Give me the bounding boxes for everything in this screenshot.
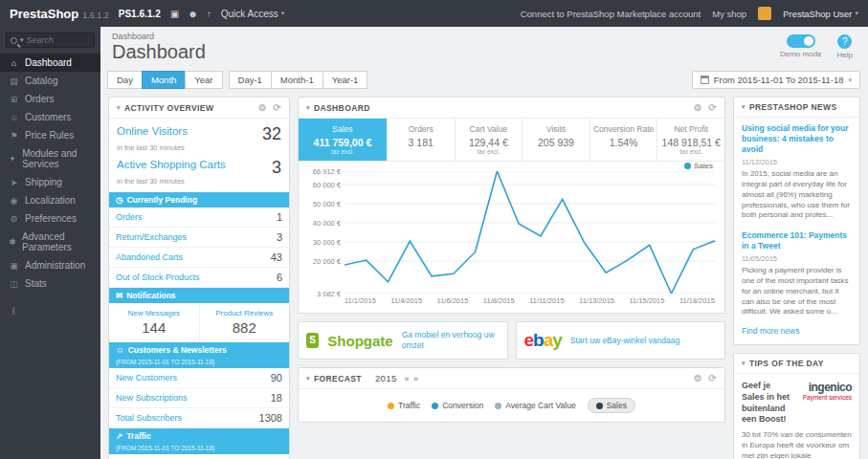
ebay-link[interactable]: Start uw eBay-winkel vandaag xyxy=(570,336,679,346)
notification-new-messages[interactable]: New Messages144 xyxy=(109,303,200,341)
sidebar-item-label: Customers xyxy=(25,112,71,122)
gear-icon[interactable]: ⚙ xyxy=(694,102,702,113)
sidebar-item-price-rules[interactable]: ⚑Price Rules xyxy=(0,126,100,144)
date-filter-day-1[interactable]: Day-1 xyxy=(229,71,272,89)
panel-collapse-icon[interactable]: ▾ xyxy=(306,104,310,112)
online-visitors-link[interactable]: Online Visitors xyxy=(117,125,188,137)
forecast-year[interactable]: 2015 xyxy=(375,373,397,383)
shopgate-promo[interactable]: S Shopgate Ga mobiel en verhoog uw omzet xyxy=(298,321,508,360)
forecast-legend-sales[interactable]: Sales xyxy=(588,398,635,413)
date-filter-day[interactable]: Day xyxy=(107,71,143,89)
panel-collapse-icon[interactable]: ▾ xyxy=(742,103,746,111)
news-article-title[interactable]: Using social media for your business: 4 … xyxy=(742,123,852,155)
sidebar-item-advanced-parameters[interactable]: ✱Advanced Parameters xyxy=(0,228,100,256)
brand-version: 1.6.1.2 xyxy=(82,11,109,20)
shop-name[interactable]: PS1.6.1.2 xyxy=(119,9,161,19)
active-carts-link[interactable]: Active Shopping Carts xyxy=(117,159,226,170)
ebay-logo-letter: y xyxy=(552,330,562,350)
shopgate-link[interactable]: Ga mobiel en verhoog uw omzet xyxy=(402,330,500,351)
forecast-legend-average-cart-value[interactable]: Average Cart Value xyxy=(495,401,575,410)
kpi-value: 129,44 € xyxy=(458,137,520,148)
sidebar-item-administration[interactable]: ▣Administration xyxy=(0,256,100,274)
search-input[interactable] xyxy=(27,35,82,45)
legend-dot xyxy=(388,403,394,409)
pending-row: Out of Stock Products6 xyxy=(109,268,289,288)
kpi-cart-value[interactable]: Cart Value129,44 €tax excl. xyxy=(456,119,523,161)
my-shop-link[interactable]: My shop xyxy=(712,9,746,19)
cart-notification-icon[interactable]: ▣ xyxy=(170,9,179,19)
sidebar-item-modules-and-services[interactable]: ✦Modules and Services xyxy=(0,144,100,173)
date-filter-month[interactable]: Month xyxy=(142,71,186,89)
activity-overview-panel: ▾ ACTIVITY OVERVIEW ⚙ ⟳ Online Visitors … xyxy=(108,97,290,459)
tips-of-the-day-panel: ▾ TIPS OF THE DAY Geef je Sales in het b… xyxy=(733,353,860,459)
stats-icon: ◫ xyxy=(9,279,19,289)
pending-row: Orders1 xyxy=(109,208,289,228)
pending-row: Return/Exchanges3 xyxy=(109,228,289,248)
customers-total-subscribers-link[interactable]: Total Subscribers xyxy=(116,413,182,423)
news-article: Ecommerce 101: Payments in a Tweet11/05/… xyxy=(734,225,859,321)
date-range-picker[interactable]: From 2015-11-01 To 2015-11-18 ▾ xyxy=(692,71,860,89)
sidebar-item-localization[interactable]: ◉Localization xyxy=(0,191,100,209)
gear-icon[interactable]: ⚙ xyxy=(694,373,702,383)
refresh-icon[interactable]: ⟳ xyxy=(708,102,717,113)
panel-collapse-icon[interactable]: ▾ xyxy=(306,375,310,382)
news-article-excerpt: Picking a payment provider is one of the… xyxy=(742,266,852,317)
demo-mode-toggle[interactable] xyxy=(787,34,815,48)
envelope-icon: ✉ xyxy=(116,291,122,300)
date-filter-month-1[interactable]: Month-1 xyxy=(271,71,323,89)
forecast-legend-traffic[interactable]: Traffic xyxy=(388,401,420,410)
refresh-icon[interactable]: ⟳ xyxy=(273,102,281,113)
customers-new-customers-link[interactable]: New Customers xyxy=(116,373,177,382)
forecast-prev-icon[interactable]: « xyxy=(405,374,410,383)
forecast-next-icon[interactable]: » xyxy=(413,374,418,383)
clock-icon: ◷ xyxy=(116,195,122,205)
x-axis-label: 11/11/2015 xyxy=(529,296,564,305)
kpi-net-profit[interactable]: Net Profit148 918,51 €tax excl. xyxy=(657,119,724,161)
ebay-promo[interactable]: ebay Start uw eBay-winkel vandaag xyxy=(516,321,726,360)
traffic-icon: ↗ xyxy=(116,431,122,441)
sidebar-item-orders[interactable]: ⊞Orders xyxy=(0,90,100,108)
pending-out-of-stock-products-link[interactable]: Out of Stock Products xyxy=(116,273,200,282)
google-analytics-link[interactable]: Link to your Google Analytics account xyxy=(109,454,289,459)
news-article-title[interactable]: Ecommerce 101: Payments in a Tweet xyxy=(742,230,852,251)
kpi-sales[interactable]: Sales411 759,00 €tax excl. xyxy=(299,119,388,161)
gear-icon[interactable]: ⚙ xyxy=(258,102,267,113)
quick-access-menu[interactable]: Quick Access ▾ xyxy=(221,9,285,19)
sidebar-collapse-icon[interactable]: ‖ xyxy=(11,306,100,317)
user-menu[interactable]: PrestaShop User ▾ xyxy=(783,9,858,19)
kpi-visits[interactable]: Visits205 939 xyxy=(523,119,590,161)
pending-return-exchanges-link[interactable]: Return/Exchanges xyxy=(116,232,187,242)
find-more-news-link[interactable]: Find more news xyxy=(734,321,859,344)
sidebar-item-stats[interactable]: ◫Stats xyxy=(0,274,100,293)
online-visitors-sub: in the last 30 minutes xyxy=(109,142,289,159)
sidebar-search[interactable]: ▾ xyxy=(6,33,95,48)
customers-new-subscriptions-link[interactable]: New Subscriptions xyxy=(116,393,188,403)
pending-abandoned-carts-link[interactable]: Abandoned Carts xyxy=(116,252,183,262)
sidebar-item-preferences[interactable]: ⚙Preferences xyxy=(0,209,100,228)
sidebar-item-label: Catalog xyxy=(25,76,57,86)
help-icon[interactable]: ? xyxy=(837,34,852,49)
notification-product-reviews[interactable]: Product Reviews882 xyxy=(200,303,290,341)
sidebar-item-customers[interactable]: ☺Customers xyxy=(0,108,100,126)
panel-collapse-icon[interactable]: ▾ xyxy=(742,360,746,367)
panel-collapse-icon[interactable]: ▾ xyxy=(117,104,121,112)
prestashop-logo[interactable]: PrestaShop 1.6.1.2 xyxy=(10,7,109,21)
sidebar-item-dashboard[interactable]: ⌂Dashboard xyxy=(0,54,100,72)
date-filter-year-1[interactable]: Year-1 xyxy=(323,71,368,89)
news-list: Using social media for your business: 4 … xyxy=(734,118,859,321)
upgrade-icon[interactable]: ↑ xyxy=(207,9,211,19)
marketplace-link[interactable]: Connect to PrestaShop Marketplace accoun… xyxy=(521,9,701,19)
chevron-down-icon: ▾ xyxy=(855,10,858,17)
chart-legend[interactable]: Sales xyxy=(684,162,713,170)
forecast-legend-conversion[interactable]: Conversion xyxy=(432,401,483,410)
date-filter-year[interactable]: Year xyxy=(185,71,222,89)
legend-dot xyxy=(432,403,438,409)
sidebar-item-catalog[interactable]: ▤Catalog xyxy=(0,72,100,90)
kpi-orders[interactable]: Orders3 181 xyxy=(388,119,456,161)
refresh-icon[interactable]: ⟳ xyxy=(708,373,717,383)
sidebar-item-shipping[interactable]: ➤Shipping xyxy=(0,173,100,191)
customers-notification-icon[interactable]: ☻ xyxy=(188,9,198,19)
kpi-sub: tax excl. xyxy=(660,148,722,155)
pending-orders-link[interactable]: Orders xyxy=(116,212,143,222)
kpi-conversion-rate[interactable]: Conversion Rate1.54% xyxy=(590,119,658,161)
